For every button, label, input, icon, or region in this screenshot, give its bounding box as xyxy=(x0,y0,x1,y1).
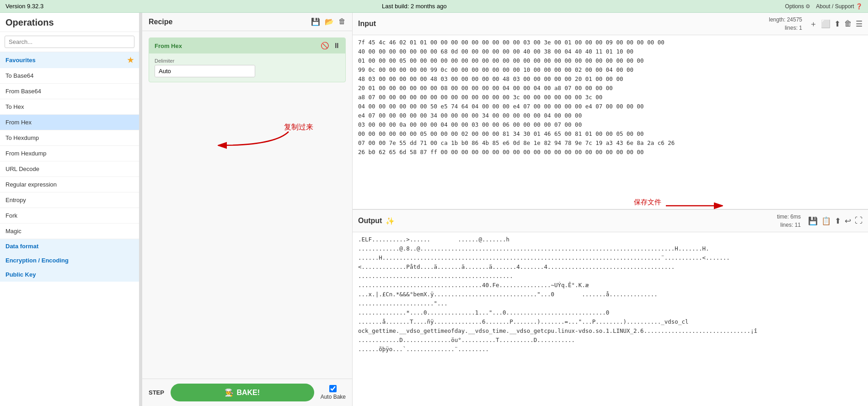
gear-icon[interactable]: ⚙ xyxy=(805,3,810,10)
input-add-icon[interactable]: ＋ xyxy=(809,19,817,29)
output-icons: 💾 📋 ⬆ ↩ ⛶ xyxy=(808,216,863,226)
sidebar-item-from-hexdump[interactable]: From Hexdump xyxy=(0,146,139,161)
bake-label: BAKE! xyxy=(236,389,260,397)
sidebar: Operations Favourites ★ To Base64 From B… xyxy=(0,13,139,406)
output-lines: lines: 11 xyxy=(777,221,801,229)
sidebar-item-to-hexdump[interactable]: To Hexdump xyxy=(0,130,139,146)
recipe-panel: Recipe 💾 📂 🗑 From Hex 🚫 ⏸ Delimiter xyxy=(142,13,353,406)
sidebar-search-container xyxy=(0,32,139,52)
op-icons: 🚫 ⏸ xyxy=(321,42,340,50)
recipe-content: From Hex 🚫 ⏸ Delimiter xyxy=(142,31,352,379)
step-label: STEP xyxy=(149,389,164,396)
recipe-toolbar: 💾 📂 🗑 xyxy=(311,17,346,26)
about-button[interactable]: About / Support ❓ xyxy=(816,3,863,10)
sidebar-list: Favourites ★ To Base64 From Base64 To He… xyxy=(0,52,139,406)
input-window-icon[interactable]: ⬜ xyxy=(821,19,830,29)
sidebar-item-regex[interactable]: Regular expression xyxy=(0,177,139,192)
input-header: Input length: 24575 lines: 1 ＋ xyxy=(353,13,868,35)
wand-icon[interactable]: ✨ xyxy=(386,217,395,225)
sidebar-item-url-decode[interactable]: URL Decode xyxy=(0,161,139,177)
output-section: Output ✨ 保存文件 xyxy=(353,210,868,406)
sidebar-item-magic[interactable]: Magic xyxy=(0,224,139,239)
help-icon: ❓ xyxy=(856,3,863,10)
output-copy-icon[interactable]: 📋 xyxy=(821,216,831,226)
version-label: Version 9.32.3 xyxy=(5,3,43,10)
op-name: From Hex xyxy=(155,43,182,49)
input-expand-icon[interactable]: ⬆ xyxy=(834,19,841,29)
sidebar-item-to-base64[interactable]: To Base64 xyxy=(0,68,139,84)
sidebar-item-fork[interactable]: Fork xyxy=(0,208,139,224)
input-delete-icon[interactable]: 🗑 xyxy=(844,19,852,28)
delimiter-label: Delimiter xyxy=(155,58,340,64)
input-header-right: length: 24575 lines: 1 ＋ ⬜ ⬆ 🗑 ☰ xyxy=(769,16,863,32)
input-content[interactable]: 7f 45 4c 46 02 01 01 00 00 00 00 00 00 0… xyxy=(353,35,868,209)
output-meta: time: 6ms lines: 11 xyxy=(777,213,801,229)
output-content[interactable]: .ELF..........>...... ......@.......h ..… xyxy=(353,232,868,406)
sidebar-section-favourites: Favourites ★ xyxy=(0,52,139,68)
input-lines: lines: 1 xyxy=(769,24,802,32)
sidebar-item-from-base64[interactable]: From Base64 xyxy=(0,84,139,99)
delimiter-input[interactable] xyxy=(155,65,255,77)
op-disable-icon[interactable]: 🚫 xyxy=(321,42,329,50)
op-card-from-hex: From Hex 🚫 ⏸ Delimiter xyxy=(149,37,346,82)
input-title: Input xyxy=(358,20,376,28)
input-menu-icon[interactable]: ☰ xyxy=(856,19,863,29)
favourites-star-icon: ★ xyxy=(127,56,134,64)
sidebar-section-data-format: Data format xyxy=(0,239,139,253)
op-pause-icon[interactable]: ⏸ xyxy=(333,42,340,50)
sidebar-item-to-hex[interactable]: To Hex xyxy=(0,99,139,115)
main-layout: Operations Favourites ★ To Base64 From B… xyxy=(0,13,868,406)
output-title: Output xyxy=(358,217,382,225)
input-icons: ＋ ⬜ ⬆ 🗑 ☰ xyxy=(809,19,863,29)
input-meta: length: 24575 lines: 1 xyxy=(769,16,802,32)
sidebar-section-encryption: Encryption / Encoding xyxy=(0,253,139,267)
output-header: Output ✨ 保存文件 xyxy=(353,210,868,232)
output-time: time: 6ms xyxy=(777,213,801,221)
input-length: length: 24575 xyxy=(769,16,802,24)
output-fullscreen-icon[interactable]: ⛶ xyxy=(855,216,863,225)
recipe-footer: STEP 👨‍🍳 BAKE! Auto Bake xyxy=(142,379,352,406)
recipe-header: Recipe 💾 📂 🗑 xyxy=(142,13,352,31)
autobake-label: Auto Bake xyxy=(321,394,346,400)
right-panel: Input length: 24575 lines: 1 ＋ xyxy=(353,13,868,406)
options-button[interactable]: Options ⚙ xyxy=(785,3,811,10)
sidebar-item-from-hex[interactable]: From Hex xyxy=(0,115,139,130)
recipe-title: Recipe xyxy=(149,18,172,26)
output-undo-icon[interactable]: ↩ xyxy=(845,216,851,226)
recipe-save-icon[interactable]: 💾 xyxy=(311,17,320,26)
topbar-right: Options ⚙ About / Support ❓ xyxy=(785,3,863,10)
autobake-wrap: Auto Bake xyxy=(321,385,346,400)
topbar: Version 9.32.3 Last build: 2 months ago … xyxy=(0,0,868,13)
recipe-load-icon[interactable]: 📂 xyxy=(325,17,334,26)
input-section: Input length: 24575 lines: 1 ＋ xyxy=(353,13,868,210)
lastbuild-label: Last build: 2 months ago xyxy=(382,3,447,10)
output-header-right: 保存文件 time: 6ms lines: 11 xyxy=(777,213,863,229)
output-save-icon[interactable]: 💾 xyxy=(808,216,818,226)
autobake-checkbox[interactable] xyxy=(329,385,337,392)
output-title-wrap: Output ✨ xyxy=(358,217,395,225)
sidebar-section-public-key: Public Key xyxy=(0,267,139,282)
op-card-body: Delimiter xyxy=(149,53,345,82)
op-card-header: From Hex 🚫 ⏸ xyxy=(149,38,345,53)
bake-button[interactable]: 👨‍🍳 BAKE! xyxy=(171,384,314,401)
sidebar-item-entropy[interactable]: Entropy xyxy=(0,192,139,208)
output-expand-icon[interactable]: ⬆ xyxy=(835,216,841,226)
bake-icon: 👨‍🍳 xyxy=(225,388,234,397)
sidebar-title: Operations xyxy=(0,13,139,32)
search-input[interactable] xyxy=(5,36,134,48)
recipe-delete-icon[interactable]: 🗑 xyxy=(338,17,346,26)
